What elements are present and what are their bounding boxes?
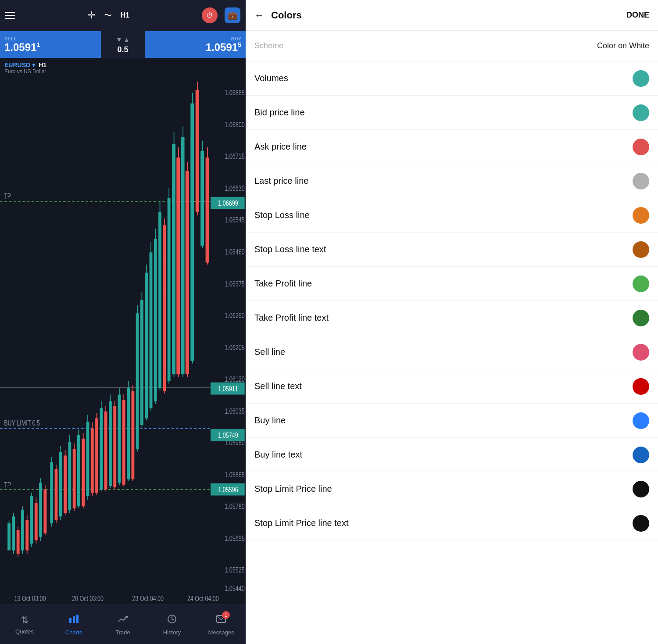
tab-history[interactable]: History — [147, 610, 197, 639]
color-row[interactable]: Ask price line — [246, 130, 658, 164]
svg-text:1.06375: 1.06375 — [225, 279, 244, 288]
color-row[interactable]: Volumes — [246, 61, 658, 96]
buy-button[interactable]: BUY 1.05915 — [145, 31, 246, 58]
chart-header: ✛ 〜 H1 ⏱ 💼 — [0, 0, 246, 31]
color-dot[interactable] — [633, 275, 649, 292]
color-row-label: Volumes — [254, 73, 633, 83]
svg-text:1.05911: 1.05911 — [218, 384, 238, 393]
color-row[interactable]: Take Profit line — [246, 267, 658, 301]
color-rows-container: VolumesBid price lineAsk price lineLast … — [246, 61, 658, 540]
colors-title: Colors — [271, 10, 626, 21]
color-row[interactable]: Sell line — [246, 335, 658, 369]
color-row[interactable]: Buy line text — [246, 438, 658, 472]
color-dot[interactable] — [633, 70, 649, 87]
timeframe-button[interactable]: H1 — [121, 11, 129, 19]
symbol-name[interactable]: EURUSD ▾ H1 — [4, 61, 241, 68]
color-row[interactable]: Last price line — [246, 164, 658, 198]
sell-button[interactable]: SELL 1.05911 — [0, 31, 101, 58]
color-row-label: Sell line — [254, 347, 633, 357]
tab-trade[interactable]: Trade — [98, 610, 147, 639]
svg-text:1.06120: 1.06120 — [225, 375, 244, 383]
color-row[interactable]: Stop Limit Price line text — [246, 506, 658, 540]
svg-text:24 Oct 04:00: 24 Oct 04:00 — [187, 594, 219, 602]
scheme-label: Scheme — [254, 41, 597, 50]
down-arrow-icon[interactable]: ▾ — [117, 35, 121, 44]
color-dot[interactable] — [633, 207, 649, 224]
symbol-info: EURUSD ▾ H1 Euro vs US Dollar — [0, 58, 246, 76]
chart-area[interactable]: 1.06885 1.06800 1.06715 1.06630 1.06545 … — [0, 76, 246, 605]
svg-text:1.05596: 1.05596 — [218, 485, 238, 494]
history-icon — [167, 614, 177, 627]
color-row[interactable]: Buy line — [246, 404, 658, 438]
buy-label: BUY — [231, 36, 241, 41]
svg-text:1.06460: 1.06460 — [225, 247, 244, 256]
crosshair-icon[interactable]: ✛ — [87, 10, 95, 21]
indicator-icon[interactable]: 〜 — [104, 10, 112, 21]
menu-button[interactable] — [5, 12, 15, 19]
svg-text:1.06885: 1.06885 — [225, 88, 244, 97]
color-row-label: Take Profit line — [254, 279, 633, 289]
quotes-icon: ⇅ — [21, 615, 29, 626]
color-dot[interactable] — [633, 104, 649, 121]
svg-text:1.06205: 1.06205 — [225, 343, 244, 351]
color-dot[interactable] — [633, 515, 649, 532]
quotes-label: Quotes — [15, 628, 34, 635]
symbol-dropdown-icon: ▾ — [32, 61, 35, 68]
svg-text:1.05865: 1.05865 — [225, 470, 244, 479]
scheme-value: Color on White — [597, 41, 649, 50]
svg-text:1.06630: 1.06630 — [225, 184, 244, 192]
color-dot[interactable] — [633, 344, 649, 361]
colors-panel: ← Colors DONE Scheme Color on White Volu… — [246, 0, 658, 644]
color-dot[interactable] — [633, 378, 649, 395]
svg-text:20 Oct 03:00: 20 Oct 03:00 — [72, 594, 104, 602]
color-row[interactable]: Stop Limit Price line — [246, 472, 658, 506]
svg-text:1.05695: 1.05695 — [225, 534, 244, 542]
color-row[interactable]: Stop Loss line — [246, 198, 658, 233]
color-row-label: Bid price line — [254, 107, 633, 118]
color-dot[interactable] — [633, 481, 649, 497]
svg-text:1.05749: 1.05749 — [218, 431, 238, 439]
sell-price: 1.05911 — [4, 41, 40, 54]
done-button[interactable]: DONE — [626, 11, 649, 20]
color-row[interactable]: Stop Loss line text — [246, 233, 658, 267]
svg-text:1.06715: 1.06715 — [225, 152, 244, 160]
back-button[interactable]: ← — [254, 10, 264, 21]
tab-charts[interactable]: Charts — [49, 610, 98, 639]
color-row-label: Buy line text — [254, 450, 633, 460]
svg-text:1.06699: 1.06699 — [218, 199, 238, 207]
color-row-label: Last price line — [254, 176, 633, 186]
scheme-row[interactable]: Scheme Color on White — [246, 31, 658, 61]
color-dot[interactable] — [633, 310, 649, 326]
charts-label: Charts — [65, 629, 82, 636]
color-dot[interactable] — [633, 173, 649, 190]
svg-text:1.05440: 1.05440 — [225, 584, 244, 592]
color-row[interactable]: Bid price line — [246, 96, 658, 130]
color-row-label: Ask price line — [254, 142, 633, 152]
colors-header: ← Colors DONE — [246, 0, 658, 31]
svg-text:23 Oct 04:00: 23 Oct 04:00 — [132, 594, 164, 602]
history-label: History — [163, 629, 181, 636]
up-arrow-icon[interactable]: ▴ — [125, 35, 129, 44]
color-row[interactable]: Sell line text — [246, 369, 658, 404]
svg-text:1.06545: 1.06545 — [225, 216, 244, 224]
charts-icon — [68, 614, 79, 627]
price-bar: SELL 1.05911 ▾ ▴ 0.5 BUY 1.05915 — [0, 31, 246, 58]
messages-icon: 1 — [216, 614, 226, 627]
color-row-label: Take Profit line text — [254, 313, 633, 323]
color-dot[interactable] — [633, 412, 649, 429]
color-dot[interactable] — [633, 241, 649, 258]
messages-badge: 1 — [222, 611, 230, 619]
color-dot[interactable] — [633, 447, 649, 463]
spread-value: 0.5 — [117, 45, 128, 54]
clock-button[interactable]: ⏱ — [202, 7, 218, 23]
account-button[interactable]: 💼 — [225, 7, 240, 23]
svg-text:1.05780: 1.05780 — [225, 502, 244, 510]
tab-messages[interactable]: 1 Messages — [197, 610, 246, 639]
color-dot[interactable] — [633, 139, 649, 155]
spread-arrows: ▾ ▴ — [117, 35, 129, 44]
header-center: ✛ 〜 H1 — [22, 10, 195, 21]
trade-icon — [118, 614, 128, 627]
color-row[interactable]: Take Profit line text — [246, 301, 658, 335]
tab-quotes[interactable]: ⇅ Quotes — [0, 611, 49, 638]
svg-text:BUY LIMIT 0.5: BUY LIMIT 0.5 — [4, 419, 40, 427]
